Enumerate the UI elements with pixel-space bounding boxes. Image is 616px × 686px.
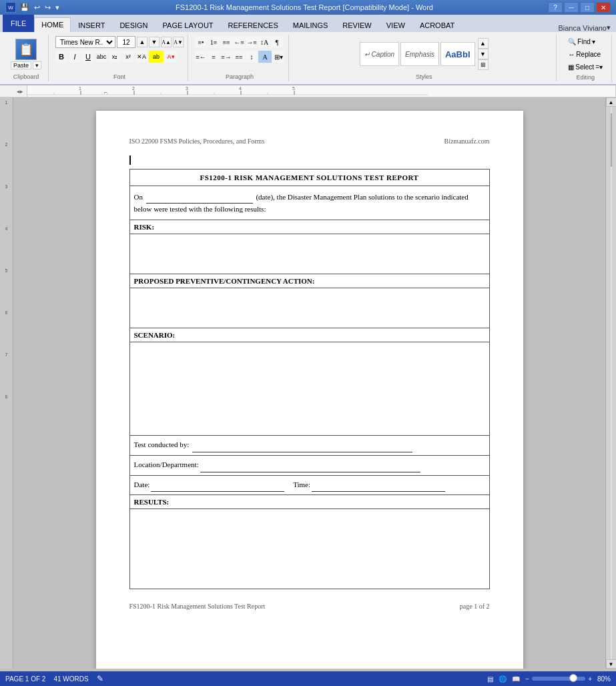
svg-text:4: 4 — [239, 86, 242, 91]
tab-references[interactable]: REFERENCES — [221, 17, 286, 32]
align-right-btn[interactable]: ≡→ — [220, 51, 232, 63]
tab-file[interactable]: FILE — [3, 15, 34, 32]
multilevel-btn[interactable]: ≡≡ — [220, 36, 232, 48]
document-area[interactable]: ISO 22000 FSMS Policies, Procedures, and… — [13, 97, 605, 669]
tab-home[interactable]: HOME — [34, 17, 71, 32]
select-button[interactable]: ▦ Select =▾ — [563, 61, 607, 73]
zoom-in-btn[interactable]: + — [588, 675, 592, 683]
style-emphasis[interactable]: Emphasis — [400, 42, 439, 66]
ruler-mark-6: 6 — [5, 310, 8, 315]
close-btn[interactable]: ✕ — [596, 2, 611, 13]
numbering-btn[interactable]: 1≡ — [208, 36, 220, 48]
paste-button[interactable]: 📋 Paste ▾ — [8, 37, 44, 71]
paste-label[interactable]: Paste — [11, 61, 31, 69]
view-web-btn[interactable]: 🌐 — [499, 675, 507, 683]
save-quick-btn[interactable]: 💾 — [19, 3, 31, 12]
view-print-btn[interactable]: ▤ — [487, 675, 493, 683]
location-field[interactable] — [200, 458, 420, 472]
page-footer: FS1200-1 Risk Management Solutions Test … — [129, 603, 490, 610]
scroll-up-btn[interactable]: ▲ — [606, 97, 617, 107]
time-input-field[interactable] — [312, 478, 445, 492]
font-size-up-btn[interactable]: ▲ — [137, 37, 147, 47]
find-button[interactable]: 🔍 Find ▾ — [563, 36, 599, 47]
tab-insert[interactable]: INSERT — [71, 17, 112, 32]
date-field[interactable] — [146, 192, 253, 204]
text-cursor[interactable] — [129, 155, 490, 169]
superscript-btn[interactable]: x² — [122, 51, 134, 63]
more-quick-btn[interactable]: ▾ — [54, 3, 61, 12]
align-center-btn[interactable]: ≡ — [208, 51, 220, 63]
bold-btn[interactable]: B — [55, 51, 67, 63]
tab-design[interactable]: DESIGN — [112, 17, 155, 32]
tab-view[interactable]: VIEW — [379, 17, 412, 32]
tab-review[interactable]: REVIEW — [335, 17, 378, 32]
font-name-select[interactable]: Times New R... — [55, 36, 115, 48]
paste-icon: 📋 — [15, 39, 37, 60]
subscript-btn[interactable]: x₂ — [109, 51, 121, 63]
page-info: PAGE 1 OF 2 — [5, 675, 45, 683]
text-highlight-btn[interactable]: ab — [149, 51, 164, 63]
help-btn[interactable]: ? — [548, 2, 563, 13]
date-input-field[interactable] — [151, 478, 284, 492]
clipboard-content: 📋 Paste ▾ — [8, 36, 44, 72]
minimize-btn[interactable]: ─ — [564, 2, 579, 13]
clear-format-btn[interactable]: ✕A — [135, 51, 147, 63]
font-grow-btn[interactable]: A▲ — [161, 37, 172, 47]
strikethrough-btn[interactable]: abc — [95, 51, 107, 63]
sort-btn[interactable]: ↕A — [258, 36, 270, 48]
bullets-btn[interactable]: ≡• — [195, 36, 207, 48]
show-formatting-btn[interactable]: ¶ — [271, 36, 283, 48]
proofing-icon[interactable]: ✎ — [97, 674, 103, 683]
results-content[interactable] — [129, 509, 489, 589]
undo-quick-btn[interactable]: ↩ — [33, 3, 41, 12]
styles-down-btn[interactable]: ▼ — [478, 49, 489, 59]
scroll-thumb[interactable] — [611, 113, 612, 167]
font-size-down-btn[interactable]: ▼ — [149, 37, 160, 47]
align-left-btn[interactable]: ≡← — [195, 51, 207, 63]
styles-up-btn[interactable]: ▲ — [478, 38, 489, 49]
paste-dropdown: Paste ▾ — [11, 61, 41, 69]
risk-content[interactable] — [129, 234, 489, 274]
zoom-out-btn[interactable]: − — [525, 675, 529, 683]
maximize-btn[interactable]: □ — [580, 2, 595, 13]
font-shrink-btn[interactable]: A▼ — [173, 37, 184, 47]
underline-btn[interactable]: U — [82, 51, 94, 63]
increase-indent-btn[interactable]: →≡ — [246, 36, 258, 48]
style-caption[interactable]: ↵ Caption — [360, 42, 399, 66]
font-label: Font — [113, 72, 125, 80]
zoom-level[interactable]: 80% — [597, 675, 611, 683]
svg-text:3: 3 — [186, 86, 188, 91]
font-color-btn[interactable]: A▾ — [165, 51, 177, 63]
footer-right: page 1 of 2 — [460, 603, 490, 610]
clipboard-group: 📋 Paste ▾ Clipboard — [4, 35, 49, 81]
scrollbar-right[interactable]: ▲ ▼ — [605, 97, 616, 669]
preventive-content[interactable] — [129, 288, 489, 328]
replace-button[interactable]: ↔ Replace — [563, 49, 605, 60]
doc-title: FS1200-1 RISK MANAGEMENT SOLUTIONS TEST … — [129, 169, 489, 186]
italic-btn[interactable]: I — [69, 51, 81, 63]
border-btn[interactable]: ⊞▾ — [272, 51, 284, 63]
shading-btn[interactable]: A — [258, 51, 272, 63]
scroll-track[interactable] — [611, 107, 612, 659]
zoom-thumb[interactable] — [569, 674, 577, 682]
tab-mailings[interactable]: MAILINGS — [286, 17, 336, 32]
styles-scroll: ▲ ▼ ⊞ — [478, 38, 489, 70]
scroll-down-btn[interactable]: ▼ — [606, 659, 617, 669]
line-spacing-btn[interactable]: ↕ — [246, 51, 258, 63]
preventive-label: PROPOSED PREVENTIVE/CONTINGENCY ACTION: — [129, 274, 489, 288]
style-heading1[interactable]: AaBbI — [440, 42, 475, 66]
paste-arrow[interactable]: ▾ — [33, 61, 41, 69]
zoom-bar[interactable] — [532, 677, 585, 681]
font-size-input[interactable] — [117, 36, 135, 48]
test-conducted-field[interactable] — [192, 438, 412, 452]
tab-acrobat[interactable]: ACROBAT — [412, 17, 462, 32]
styles-more-btn[interactable]: ⊞ — [478, 59, 489, 70]
justify-btn[interactable]: ≡≡ — [233, 51, 245, 63]
scenario-content[interactable] — [129, 342, 489, 436]
redo-quick-btn[interactable]: ↪ — [43, 3, 52, 12]
decrease-indent-btn[interactable]: ←≡ — [233, 36, 245, 48]
tab-page-layout[interactable]: PAGE LAYOUT — [156, 17, 221, 32]
view-read-btn[interactable]: 📖 — [512, 675, 520, 683]
date-time-cell: Date: Time: — [129, 475, 489, 495]
location-label: Location/Department: — [134, 460, 199, 468]
